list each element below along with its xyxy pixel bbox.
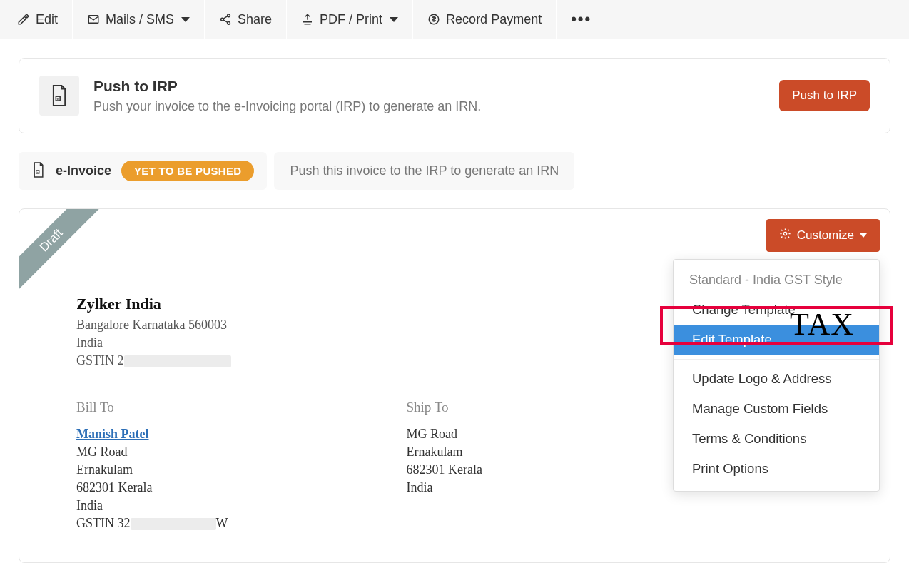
company-gstin-prefix: GSTIN 2 [76, 353, 124, 368]
mails-sms-button[interactable]: Mails / SMS [73, 0, 205, 39]
more-icon: ••• [571, 10, 591, 29]
irp-desc: Push your invoice to the e-Invoicing por… [93, 99, 765, 114]
address-line: India [407, 480, 482, 495]
share-icon [219, 13, 232, 26]
svg-point-1 [228, 14, 230, 17]
bill-to-gstin: GSTIN 32W [76, 516, 228, 531]
edit-button[interactable]: Edit [3, 0, 73, 39]
svg-point-3 [228, 21, 230, 24]
einvoice-status-row: e e-Invoice YET TO BE PUSHED Push this i… [19, 152, 890, 190]
toolbar: Edit Mails / SMS Share PDF / Print Recor… [0, 0, 909, 39]
ship-to-section: Ship To MG Road Ernakulam 682301 Kerala … [407, 400, 482, 534]
company-country: India [76, 335, 833, 350]
document-title: TAX [790, 306, 854, 343]
invoice-preview: Draft Customize Standard - India GST Sty… [19, 208, 890, 563]
bill-to-heading: Bill To [76, 400, 228, 415]
svg-point-2 [221, 18, 224, 21]
bill-to-section: Bill To Manish Patel MG Road Ernakulam 6… [76, 400, 228, 534]
address-line: 682301 Kerala [407, 462, 482, 477]
share-label: Share [238, 12, 272, 27]
record-payment-label: Record Payment [446, 12, 542, 27]
mail-icon [87, 13, 100, 26]
einvoice-status-box: e e-Invoice YET TO BE PUSHED [19, 152, 267, 190]
svg-text:e: e [57, 96, 59, 101]
pdf-icon [301, 13, 314, 26]
einvoice-status-badge: YET TO BE PUSHED [121, 161, 254, 181]
redacted-gstin [131, 518, 216, 530]
address-line: India [76, 498, 228, 513]
payment-icon [427, 13, 440, 26]
company-name: Zylker India [76, 295, 833, 313]
ship-to-heading: Ship To [407, 400, 482, 415]
gstin-suffix: W [216, 516, 228, 530]
company-gstin: GSTIN 2 [76, 353, 833, 368]
einvoice-label: e-Invoice [56, 163, 111, 178]
chevron-down-icon [390, 17, 398, 22]
record-payment-button[interactable]: Record Payment [413, 0, 557, 39]
mails-label: Mails / SMS [106, 12, 174, 27]
gstin-prefix: GSTIN 32 [76, 516, 131, 530]
einvoice-hint: Push this invoice to the IRP to generate… [274, 152, 574, 190]
chevron-down-icon [181, 17, 190, 22]
more-button[interactable]: ••• [557, 0, 606, 39]
pencil-icon [17, 13, 30, 26]
address-line: Ernakulam [407, 445, 482, 460]
company-address: Bangalore Karnataka 560003 [76, 318, 833, 333]
push-to-irp-button[interactable]: Push to IRP [779, 80, 870, 111]
pdf-label: PDF / Print [320, 12, 382, 27]
address-line: 682301 Kerala [76, 480, 228, 495]
address-line: MG Road [407, 427, 482, 442]
address-line: Ernakulam [76, 462, 228, 477]
pdf-print-button[interactable]: PDF / Print [287, 0, 413, 39]
address-line: MG Road [76, 445, 228, 460]
edit-label: Edit [36, 12, 58, 27]
redacted-gstin [124, 355, 231, 368]
irp-title: Push to IRP [93, 78, 765, 95]
bill-to-name-link[interactable]: Manish Patel [76, 427, 149, 441]
einvoice-file-icon: e [31, 161, 46, 181]
push-irp-card: e Push to IRP Push your invoice to the e… [19, 58, 890, 133]
einvoice-file-icon: e [39, 76, 79, 116]
share-button[interactable]: Share [205, 0, 287, 39]
